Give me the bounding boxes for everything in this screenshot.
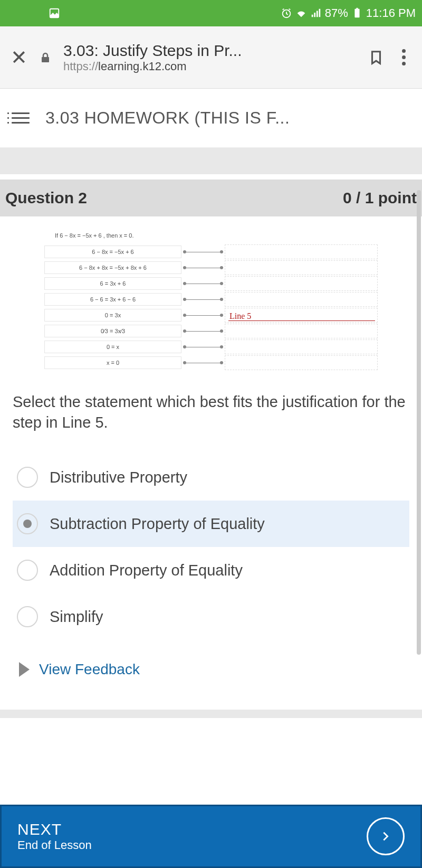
clock-time: 11:16 PM <box>366 6 416 20</box>
image-icon <box>49 7 60 19</box>
radio-icon <box>17 513 38 534</box>
proof-step: 6 − 8x + 8x = −5x + 8x + 6 <box>44 261 181 274</box>
scrollbar[interactable] <box>417 190 421 655</box>
next-label: NEXT <box>17 820 367 838</box>
proof-step: 0⁄3 = 3x⁄3 <box>44 325 181 337</box>
question-score: 0 / 1 point <box>343 189 417 207</box>
proof-diagram: If 6 − 8x = −5x + 6 , then x = 0. 6 − 8x… <box>13 227 409 376</box>
next-circle-icon <box>367 817 405 855</box>
next-subtitle: End of Lesson <box>17 838 367 852</box>
option-label: Addition Property of Equality <box>50 562 243 579</box>
hamburger-menu-button[interactable] <box>12 112 30 124</box>
chevron-right-icon <box>380 829 391 844</box>
view-feedback-label: View Feedback <box>39 661 140 678</box>
option-label: Simplify <box>50 608 103 626</box>
triangle-right-icon <box>19 662 30 677</box>
lock-icon <box>39 50 52 65</box>
proof-step: 6 = 3x + 6 <box>44 277 181 290</box>
option-simplify[interactable]: Simplify <box>13 593 409 640</box>
radio-icon <box>17 467 38 488</box>
question-prompt: Select the statement which best fits the… <box>13 392 409 433</box>
next-lesson-button[interactable]: NEXT End of Lesson <box>0 805 422 868</box>
option-label: Subtraction Property of Equality <box>50 515 265 533</box>
svg-rect-3 <box>356 8 358 9</box>
answer-options: Distributive Property Subtraction Proper… <box>13 454 409 640</box>
browser-toolbar: ✕ 3.03: Justify Steps in Pr... https://l… <box>0 26 422 89</box>
option-label: Distributive Property <box>50 469 187 486</box>
proof-premise: If 6 − 8x = −5x + 6 , then x = 0. <box>44 232 378 239</box>
radio-icon <box>17 560 38 581</box>
battery-percent: 87% <box>325 6 348 20</box>
option-distributive[interactable]: Distributive Property <box>13 454 409 501</box>
battery-icon <box>351 7 363 19</box>
overflow-menu-button[interactable] <box>396 49 411 65</box>
proof-step: 0 = 3x <box>44 309 181 322</box>
wifi-icon <box>295 7 307 19</box>
option-addition-equality[interactable]: Addition Property of Equality <box>13 547 409 593</box>
proof-step: 6 − 6 = 3x + 6 − 6 <box>44 293 181 306</box>
divider <box>0 710 422 718</box>
handwritten-annotation: Line 5 <box>229 312 251 321</box>
svg-rect-4 <box>42 57 49 62</box>
proof-step: 0 = x <box>44 341 181 353</box>
question-body: If 6 − 8x = −5x + 6 , then x = 0. 6 − 8x… <box>0 216 422 704</box>
app-title: 3.03 HOMEWORK (THIS IS F... <box>45 108 290 128</box>
close-tab-button[interactable]: ✕ <box>11 46 27 69</box>
radio-icon <box>17 606 38 627</box>
divider <box>0 148 422 174</box>
page-url: https://learning.k12.com <box>63 60 357 73</box>
question-number: Question 2 <box>5 189 87 207</box>
view-feedback-toggle[interactable]: View Feedback <box>13 640 409 694</box>
proof-step: x = 0 <box>44 356 181 369</box>
page-title: 3.03: Justify Steps in Pr... <box>63 42 357 60</box>
signal-icon <box>310 7 322 19</box>
proof-step: 6 − 8x = −5x + 6 <box>44 246 181 258</box>
url-bar[interactable]: 3.03: Justify Steps in Pr... https://lea… <box>63 42 357 73</box>
bookmark-icon[interactable] <box>368 48 384 67</box>
alarm-icon <box>281 7 292 19</box>
app-header: 3.03 HOMEWORK (THIS IS F... <box>0 89 422 148</box>
android-status-bar: 87% 11:16 PM <box>0 0 422 26</box>
question-header: Question 2 0 / 1 point <box>0 180 422 216</box>
svg-rect-2 <box>354 9 359 18</box>
option-subtraction-equality[interactable]: Subtraction Property of Equality <box>13 501 409 547</box>
